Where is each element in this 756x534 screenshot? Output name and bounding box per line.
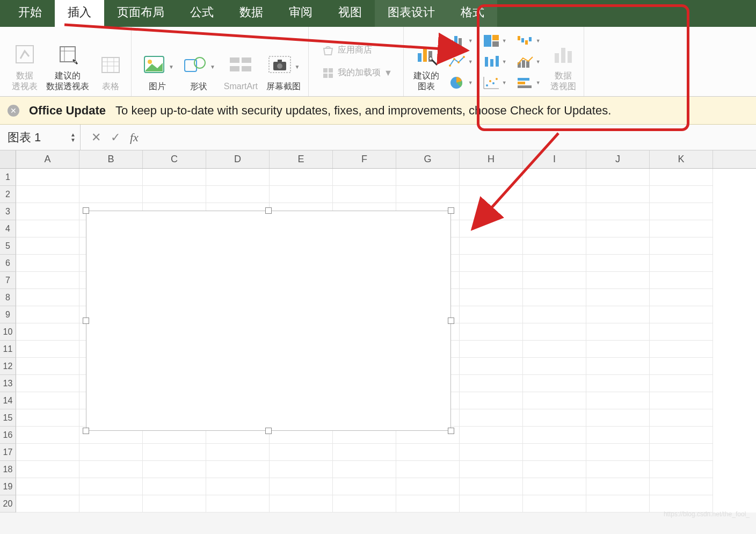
cell[interactable] [333,186,396,203]
row-header[interactable]: 18 [0,461,16,478]
cell[interactable] [460,495,523,513]
fx-icon[interactable]: fx [130,131,139,145]
cell[interactable] [460,392,523,409]
cell[interactable] [16,358,79,375]
resize-handle[interactable] [83,428,89,434]
cell[interactable] [650,186,713,203]
cell[interactable] [650,427,713,444]
cell[interactable] [460,461,523,478]
cell[interactable] [650,272,713,289]
cell[interactable] [650,478,713,495]
cell[interactable] [396,495,460,513]
row-header[interactable]: 5 [0,237,16,255]
cell[interactable] [16,272,79,289]
column-chart-button[interactable]: ▼ [447,33,475,49]
col-header[interactable]: C [143,150,206,168]
cell[interactable] [143,495,206,513]
cell[interactable] [16,255,79,272]
cell[interactable] [523,478,586,495]
row-header[interactable]: 13 [0,375,16,392]
cell[interactable] [143,461,206,478]
waterfall-chart-button[interactable]: ▼ [514,33,543,49]
col-header[interactable]: F [333,150,396,168]
tab-chart-design[interactable]: 图表设计 [375,0,448,27]
cell[interactable] [523,169,586,186]
tab-home[interactable]: 开始 [5,0,55,27]
cell[interactable] [16,306,79,323]
cell[interactable] [650,289,713,306]
cell[interactable] [396,478,460,495]
cell[interactable] [396,186,460,203]
cell[interactable] [650,306,713,323]
cell[interactable] [16,478,79,495]
cell[interactable] [586,495,650,513]
cell[interactable] [460,289,523,306]
cell[interactable] [270,444,333,461]
cell[interactable] [16,289,79,306]
cell[interactable] [270,169,333,186]
surface-chart-button[interactable]: ▼ [514,75,543,91]
picture-button[interactable]: ▼ 图片 [138,50,177,96]
recommended-pivot-button[interactable]: 建议的 数据透视表 [43,39,92,96]
cell[interactable] [523,427,586,444]
cell[interactable] [586,341,650,358]
cell[interactable] [523,461,586,478]
cell[interactable] [523,220,586,237]
cell[interactable] [650,358,713,375]
cell[interactable] [650,255,713,272]
col-header[interactable]: E [270,150,333,168]
row-header[interactable]: 1 [0,169,16,186]
cell[interactable] [523,237,586,255]
cell[interactable] [650,203,713,220]
cell[interactable] [16,169,79,186]
name-box-down[interactable]: ▼ [70,138,76,143]
col-header[interactable]: D [206,150,270,168]
row-header[interactable]: 9 [0,306,16,323]
cell[interactable] [650,220,713,237]
cell[interactable] [523,495,586,513]
cell[interactable] [586,427,650,444]
cell[interactable] [586,186,650,203]
col-header[interactable]: I [523,150,586,168]
cell[interactable] [270,461,333,478]
chart-object[interactable] [86,211,451,431]
cell[interactable] [16,341,79,358]
cell[interactable] [586,375,650,392]
my-addins-button[interactable]: 我的加载项 ▼ [317,63,397,83]
cell[interactable] [523,255,586,272]
row-header[interactable]: 7 [0,272,16,289]
col-header[interactable]: A [16,150,79,168]
resize-handle[interactable] [448,317,454,324]
col-header[interactable]: J [586,150,650,168]
cell[interactable] [16,375,79,392]
resize-handle[interactable] [448,207,454,214]
cell[interactable] [16,220,79,237]
cell[interactable] [650,392,713,409]
cell[interactable] [586,358,650,375]
row-header[interactable]: 14 [0,392,16,409]
cell[interactable] [16,203,79,220]
cell[interactable] [16,427,79,444]
cell[interactable] [586,237,650,255]
cell[interactable] [586,392,650,409]
cell[interactable] [16,409,79,427]
cell[interactable] [523,409,586,427]
row-header[interactable]: 15 [0,409,16,427]
cell[interactable] [79,478,143,495]
row-header[interactable]: 10 [0,323,16,341]
cell[interactable] [650,409,713,427]
cell[interactable] [333,444,396,461]
cell[interactable] [650,461,713,478]
cell[interactable] [460,186,523,203]
cell[interactable] [206,495,270,513]
cell[interactable] [79,186,143,203]
cell[interactable] [650,341,713,358]
cell[interactable] [206,461,270,478]
resize-handle[interactable] [83,207,89,214]
pie-chart-button[interactable]: ▼ [447,75,475,91]
cell[interactable] [16,237,79,255]
cell[interactable] [143,186,206,203]
cell[interactable] [460,306,523,323]
shapes-button[interactable]: ▼ 形状 [179,50,219,96]
cell[interactable] [333,169,396,186]
